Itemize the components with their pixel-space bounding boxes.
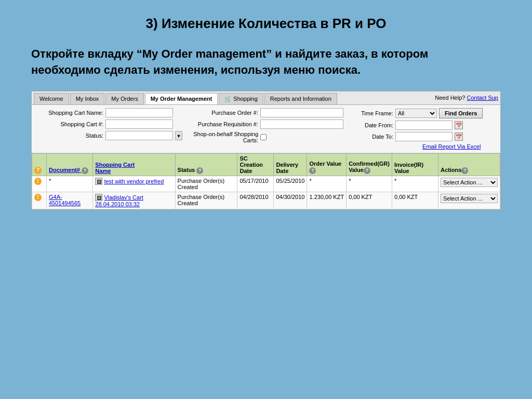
time-frame-label: Time Frame: xyxy=(352,110,393,116)
row1-icon-cell: ! xyxy=(32,176,47,192)
purchase-order-field: Purchase Order #: xyxy=(191,108,343,117)
col-header-doc: Document# ? xyxy=(47,153,93,176)
shopping-cart-name-field: Shopping Cart Name: xyxy=(36,108,182,117)
row2-status-cell: Purchase Order(s) Created xyxy=(175,192,237,209)
search-col1: Shopping Cart Name: Shopping Cart #: Sta… xyxy=(36,108,182,140)
row2-doc-link[interactable]: G4A-4501494565 xyxy=(49,194,81,206)
col-header-confirmed: Confirmed(GR)Value? xyxy=(347,153,392,176)
row2-confirmed-cell: 0,00 KZT xyxy=(347,192,392,209)
row1-warning-icon: ! xyxy=(34,178,42,185)
row1-doc-cell: * xyxy=(47,176,93,192)
contact-support-link[interactable]: Contact Sup xyxy=(467,95,498,101)
email-report-link[interactable]: Email Report Via Excel xyxy=(422,143,481,150)
status-dropdown-icon[interactable]: ▼ xyxy=(175,131,182,140)
nav-tabs: Welcome My Inbox My Orders My Order Mana… xyxy=(34,93,337,104)
purchase-req-label: Purchase Requisition #: xyxy=(191,121,258,127)
shop-on-behalf-field: Shop-on-behalf Shopping Carts: xyxy=(191,131,343,143)
need-help-section: Need Help? Contact Sup xyxy=(435,95,498,102)
col-header-cart: Shopping CartName xyxy=(93,153,175,176)
tab-my-order-management[interactable]: My Order Management xyxy=(145,93,218,104)
nav-bar: Welcome My Inbox My Orders My Order Mana… xyxy=(32,91,500,105)
page-title: 3) Изменение Количества в PR и РО xyxy=(31,16,501,32)
date-from-calendar-icon[interactable]: 📅 xyxy=(455,121,463,129)
row1-delivery-cell: 05/25/2010 xyxy=(274,176,307,192)
date-to-input[interactable] xyxy=(395,132,453,141)
table-row: ! G4A-4501494565 🖼 Vladislav's Cart 28.0… xyxy=(32,192,500,209)
time-frame-field: Time Frame: All Find Orders xyxy=(352,108,483,118)
purchase-order-label: Purchase Order #: xyxy=(191,110,258,116)
row2-order-value-cell: 1.230,00 KZT xyxy=(307,192,347,209)
row2-invoice-cell: 0,00 KZT xyxy=(392,192,438,209)
row2-cart-cell: 🖼 Vladislav's Cart 28.04.2010 03:32 xyxy=(93,192,175,209)
status-input[interactable] xyxy=(105,131,173,140)
col-header-icon: ? xyxy=(32,153,47,176)
purchase-req-field: Purchase Requisition #: xyxy=(191,119,343,129)
tab-my-orders[interactable]: My Orders xyxy=(105,93,143,104)
col-header-sc-creation: SC CreationDate xyxy=(237,153,274,176)
row1-status-cell: Purchase Order(s) Created xyxy=(175,176,237,192)
actions-help-icon[interactable]: ? xyxy=(461,167,468,174)
order-value-help-icon[interactable]: ? xyxy=(309,167,316,174)
shopping-cart-name-label: Shopping Cart Name: xyxy=(36,110,103,116)
row1-confirmed-cell: * xyxy=(347,176,392,192)
row1-action-cell: Select Action ... xyxy=(438,176,500,192)
row2-doc-cell: G4A-4501494565 xyxy=(47,192,93,209)
search-col3: Time Frame: All Find Orders Date From: 📅… xyxy=(352,108,483,150)
time-frame-select[interactable]: All xyxy=(395,109,437,118)
tab-my-inbox[interactable]: My Inbox xyxy=(70,93,105,104)
header-info-icon: ? xyxy=(34,167,42,174)
row2-action-select[interactable]: Select Action ... xyxy=(441,194,498,203)
date-to-label: Date To: xyxy=(352,134,393,140)
row2-cart-link[interactable]: Vladislav's Cart 28.04.2010 03:32 xyxy=(95,194,143,207)
status-field: Status: ▼ xyxy=(36,131,182,140)
row1-action-select[interactable]: Select Action ... xyxy=(441,178,498,187)
search-form: Shopping Cart Name: Shopping Cart #: Sta… xyxy=(32,105,500,153)
col-header-actions: Actions? xyxy=(438,153,500,176)
email-report-row: Email Report Via Excel xyxy=(352,143,483,150)
shopping-cart-num-field: Shopping Cart #: xyxy=(36,119,182,129)
results-table-container: ? Document# ? Shopping CartName Status ?… xyxy=(32,153,500,209)
shop-on-behalf-checkbox[interactable] xyxy=(260,134,267,140)
row1-sc-creation-cell: 05/17/2010 xyxy=(237,176,274,192)
cart-header-link[interactable]: Shopping CartName xyxy=(95,162,135,174)
shopping-cart-num-input[interactable] xyxy=(105,119,173,129)
row1-order-value-cell: * xyxy=(307,176,347,192)
tab-reports[interactable]: Reports and Information xyxy=(264,93,337,104)
page-description: Откройте вкладку “My Order management” и… xyxy=(31,46,501,78)
status-header-help-icon[interactable]: ? xyxy=(196,167,203,174)
table-row: ! * 🖼 test with vendor prefred Purchase … xyxy=(32,176,500,192)
date-from-field: Date From: 📅 xyxy=(352,121,483,130)
row2-sc-creation-cell: 04/28/2010 xyxy=(237,192,274,209)
col-header-order-value: Order Value? xyxy=(307,153,347,176)
row2-cart-img-icon[interactable]: 🖼 xyxy=(95,194,102,201)
row1-cart-cell: 🖼 test with vendor prefred xyxy=(93,176,175,192)
date-to-calendar-icon[interactable]: 📅 xyxy=(455,132,463,141)
date-to-field: Date To: 📅 xyxy=(352,132,483,141)
col-header-invoice: Invoice(IR) Value xyxy=(392,153,438,176)
purchase-req-input[interactable] xyxy=(260,119,343,129)
shop-on-behalf-label: Shop-on-behalf Shopping Carts: xyxy=(191,131,258,143)
row2-action-cell: Select Action ... xyxy=(438,192,500,209)
date-from-input[interactable] xyxy=(395,121,453,130)
doc-header-help-icon[interactable]: ? xyxy=(82,167,88,174)
results-table: ? Document# ? Shopping CartName Status ?… xyxy=(32,153,500,209)
tab-welcome[interactable]: Welcome xyxy=(34,93,69,104)
app-window: Welcome My Inbox My Orders My Order Mana… xyxy=(31,91,501,210)
find-orders-button[interactable]: Find Orders xyxy=(439,108,483,118)
purchase-order-input[interactable] xyxy=(260,108,343,117)
tab-shopping[interactable]: 🛒 Shopping xyxy=(219,93,263,104)
row1-cart-img-icon[interactable]: 🖼 xyxy=(95,178,102,185)
row2-icon-cell: ! xyxy=(32,192,47,209)
need-help-text: Need Help? xyxy=(435,95,465,101)
shopping-cart-name-input[interactable] xyxy=(105,108,173,117)
row2-warning-icon: ! xyxy=(34,194,42,201)
col-header-status: Status ? xyxy=(175,153,237,176)
row1-cart-link[interactable]: test with vendor prefred xyxy=(104,178,164,184)
date-from-label: Date From: xyxy=(352,122,393,128)
status-label: Status: xyxy=(36,132,103,139)
col-header-delivery: DeliveryDate xyxy=(274,153,307,176)
search-col2: Purchase Order #: Purchase Requisition #… xyxy=(191,108,343,143)
confirmed-help-icon[interactable]: ? xyxy=(364,167,370,174)
row1-invoice-cell: * xyxy=(392,176,438,192)
doc-header-link[interactable]: Document# xyxy=(49,167,82,173)
